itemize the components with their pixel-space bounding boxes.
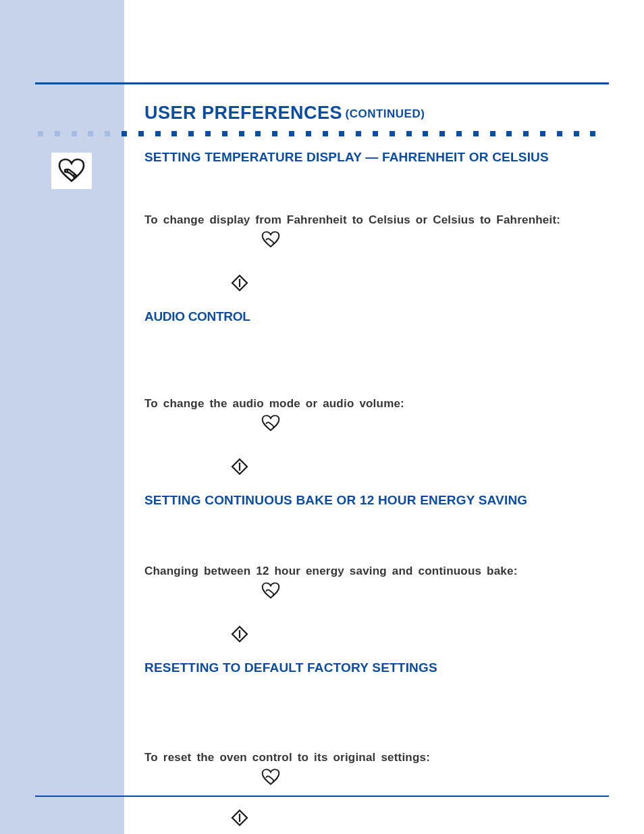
separator-dot xyxy=(590,131,595,136)
content-area: SETTING TEMPERATURE DISPLAY — FAHRENHEIT… xyxy=(144,150,576,834)
wrench-heart-icon xyxy=(259,231,576,251)
separator-dot xyxy=(390,131,395,136)
separator-dot xyxy=(289,131,294,136)
separator-dot xyxy=(323,131,328,136)
separator-dot xyxy=(205,131,211,136)
wrench-heart-icon xyxy=(259,415,576,435)
page-title-continued: (CONTINUED) xyxy=(346,107,425,120)
separator-dot xyxy=(557,131,562,136)
section-body-temperature: To change display from Fahrenheit to Cel… xyxy=(144,213,576,227)
separator-dot xyxy=(72,131,77,136)
separator-dot xyxy=(473,131,479,136)
separator-dot xyxy=(506,131,512,136)
separator-dot xyxy=(88,131,93,136)
separator-dot xyxy=(272,131,277,136)
section-heading-continuous-bake: SETTING CONTINUOUS BAKE OR 12 HOUR ENERG… xyxy=(144,493,576,508)
separator-dot xyxy=(339,131,344,136)
separator-dot xyxy=(456,131,462,136)
separator-dot xyxy=(105,131,110,136)
wrench-heart-icon xyxy=(259,768,576,789)
separator-dot xyxy=(406,131,412,136)
svg-point-0 xyxy=(65,170,68,172)
separator-dot xyxy=(439,131,445,136)
page-title-main: USER PREFERENCES xyxy=(144,103,342,123)
separator-dot xyxy=(155,131,161,136)
wrench-heart-icon xyxy=(57,158,86,184)
section-heading-audio: AUDIO CONTROL xyxy=(144,309,576,324)
separator-dot xyxy=(423,131,428,136)
separator-dot xyxy=(490,131,495,136)
document-page: USER PREFERENCES (CONTINUED) xyxy=(0,0,644,834)
separator-dot xyxy=(255,131,261,136)
section-body-continuous-bake: Changing between 12 hour energy saving a… xyxy=(144,565,576,578)
separator-dot xyxy=(306,131,311,136)
separator-dot xyxy=(122,131,127,136)
separator-dot xyxy=(540,131,545,136)
separator-dot xyxy=(171,131,177,136)
separator-dot xyxy=(55,131,60,136)
separator-dot xyxy=(574,131,579,136)
wrench-heart-icon xyxy=(259,582,576,602)
section-heading-factory-reset: RESETTING TO DEFAULT FACTORY SETTINGS xyxy=(144,660,576,675)
page-title: USER PREFERENCES (CONTINUED) xyxy=(144,103,425,124)
section-heading-temperature: SETTING TEMPERATURE DISPLAY — FAHRENHEIT… xyxy=(144,150,576,165)
separator-dot xyxy=(222,131,227,136)
diamond-icon xyxy=(231,809,576,829)
separator-dot xyxy=(138,131,144,136)
diamond-icon xyxy=(231,274,576,294)
top-horizontal-rule xyxy=(35,82,609,84)
preferences-wrench-heart-icon xyxy=(51,153,92,189)
section-body-audio: To change the audio mode or audio volume… xyxy=(144,397,576,411)
separator-dot xyxy=(38,131,43,136)
diamond-icon xyxy=(231,458,576,478)
dotted-separator xyxy=(38,131,609,138)
separator-dot xyxy=(356,131,361,136)
separator-dot xyxy=(239,131,244,136)
separator-dot xyxy=(188,131,194,136)
diamond-icon xyxy=(231,625,576,646)
sidebar-band xyxy=(0,0,124,834)
section-body-factory-reset: To reset the oven control to its origina… xyxy=(144,751,576,764)
separator-dot xyxy=(523,131,529,136)
separator-dot xyxy=(373,131,378,136)
